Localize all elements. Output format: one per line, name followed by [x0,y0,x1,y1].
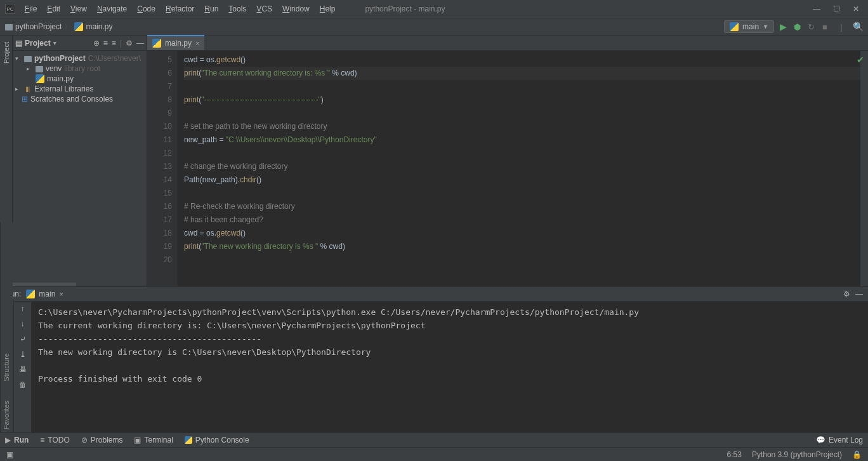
hide-icon[interactable]: — [855,290,863,298]
editor-scrollbar[interactable] [860,51,868,286]
main-menu: FileEditViewNavigateCodeRefactorRunTools… [20,2,339,16]
console-output[interactable]: C:\Users\never\PycharmProjects\pythonPro… [32,302,868,432]
settings-icon[interactable]: ⚙ [843,290,850,298]
soft-wrap-icon[interactable]: ⤶ [20,335,26,344]
debug-icon[interactable]: ⬢ [792,22,802,32]
menu-help[interactable]: Help [315,2,340,16]
python-icon [730,22,739,31]
python-file-icon [152,39,161,48]
bottom-tab-todo[interactable]: ≡TODO [40,436,69,444]
window-title: pythonProject - main.py [365,4,813,13]
select-opened-file-icon[interactable]: ⊕ [93,39,100,48]
status-bar: ▣ 6:53 Python 3.9 (pythonProject) 🔒 [0,447,868,461]
menu-code[interactable]: Code [133,2,160,16]
collapse-all-icon[interactable]: ≡ [112,39,116,48]
code-area[interactable]: cwd = os.getcwd()print("The current work… [178,51,860,286]
run-config-name: main [742,22,759,31]
run-icon[interactable]: ▶ [778,22,788,32]
sidebar-tab-structure[interactable]: Structure [3,353,10,382]
project-tool-window: ▤ Project▾ ⊕ ≡ ≡ | ⚙ — ▾ pythonProject C… [13,36,147,286]
run-tool-window: Run: main × ⚙ — ▶ 🔧 ■ ≡ 📌 ↑ ↓ ⤶ ⤓ 🖶 🗑 C:… [0,286,868,432]
maximize-icon[interactable]: ☐ [833,4,840,13]
scroll-end-icon[interactable]: ⤓ [20,350,26,359]
menu-refactor[interactable]: Refactor [161,2,199,16]
run-config-selector[interactable]: main ▼ [724,20,774,33]
sidebar-tab-favorites[interactable]: Favorites [3,401,10,429]
menu-tools[interactable]: Tools [224,2,251,16]
up-trace-icon[interactable]: ↑ [21,304,25,313]
python-file-icon [74,22,83,31]
tool-windows-icon[interactable]: ▣ [6,450,13,459]
bottom-tab-problems[interactable]: ⊘Problems [81,436,123,444]
title-bar: PC FileEditViewNavigateCodeRefactorRunTo… [0,0,868,18]
clear-icon[interactable]: 🗑 [19,380,27,389]
tree-external-libraries[interactable]: ▸⫼ External Libraries [13,84,147,94]
breadcrumb-project[interactable]: pythonProject [15,22,62,31]
inspection-ok-icon[interactable]: ✔ [857,55,864,65]
tree-root[interactable]: ▾ pythonProject C:\Users\never\ [13,53,147,63]
menu-file[interactable]: File [20,2,41,16]
separator: | [836,22,846,32]
tree-file-main[interactable]: main.py [13,74,147,84]
lock-icon[interactable]: 🔒 [852,450,862,459]
print-icon[interactable]: 🖶 [19,365,27,374]
bottom-tab-run[interactable]: ▶Run [5,436,29,444]
interpreter-status[interactable]: Python 3.9 (pythonProject) [752,450,842,459]
cursor-position[interactable]: 6:53 [727,450,742,459]
python-icon [26,290,35,298]
menu-edit[interactable]: Edit [43,2,65,16]
line-number-gutter[interactable]: 567891011121314151617181920 [147,51,178,286]
menu-window[interactable]: Window [278,2,314,16]
folder-icon [5,24,13,30]
run-tab[interactable]: main × [26,290,63,298]
close-icon[interactable]: ✕ [853,4,859,13]
project-panel-title: Project [25,39,51,48]
close-tab-icon[interactable]: × [195,39,199,47]
bottom-tab-python-console[interactable]: Python Console [185,436,249,444]
tree-scratches[interactable]: ⊞ Scratches and Consoles [13,94,147,104]
run-tab-label: main [39,290,55,298]
down-trace-icon[interactable]: ↓ [21,319,25,328]
editor-tab-main[interactable]: main.py × [147,35,204,50]
minimize-icon[interactable]: — [813,4,820,13]
app-logo-icon: PC [5,4,15,14]
editor: main.py × 567891011121314151617181920 cw… [147,36,868,286]
expand-all-icon[interactable]: ≡ [103,39,108,48]
bottom-tab-event-log[interactable]: 💬Event Log [816,436,863,444]
tab-label: main.py [165,39,192,48]
menu-navigate[interactable]: Navigate [93,2,131,16]
run-coverage-icon[interactable]: ↻ [806,22,816,32]
breadcrumb-file[interactable]: main.py [86,22,112,31]
tree-venv[interactable]: ▸ venv library root [13,63,147,74]
sidebar-tab-project[interactable]: Project [3,42,10,63]
python-file-icon [36,74,44,83]
navigation-bar: pythonProject 〉 main.py main ▼ ▶ ⬢ ↻ ■ |… [0,18,868,36]
settings-icon[interactable]: ⚙ [126,39,133,48]
menu-view[interactable]: View [66,2,91,16]
stop-icon[interactable]: ■ [820,22,830,32]
run-console-toolbar: ↑ ↓ ⤶ ⤓ 🖶 🗑 [14,302,32,432]
bottom-tab-terminal[interactable]: ▣Terminal [134,436,173,444]
bottom-tool-stripe: Structure Favorites ▶Run ≡TODO ⊘Problems… [0,432,868,447]
hide-icon[interactable]: — [136,39,144,48]
search-everywhere-icon[interactable]: 🔍 [853,22,863,32]
menu-run[interactable]: Run [200,2,223,16]
menu-vcs[interactable]: VCS [252,2,277,16]
